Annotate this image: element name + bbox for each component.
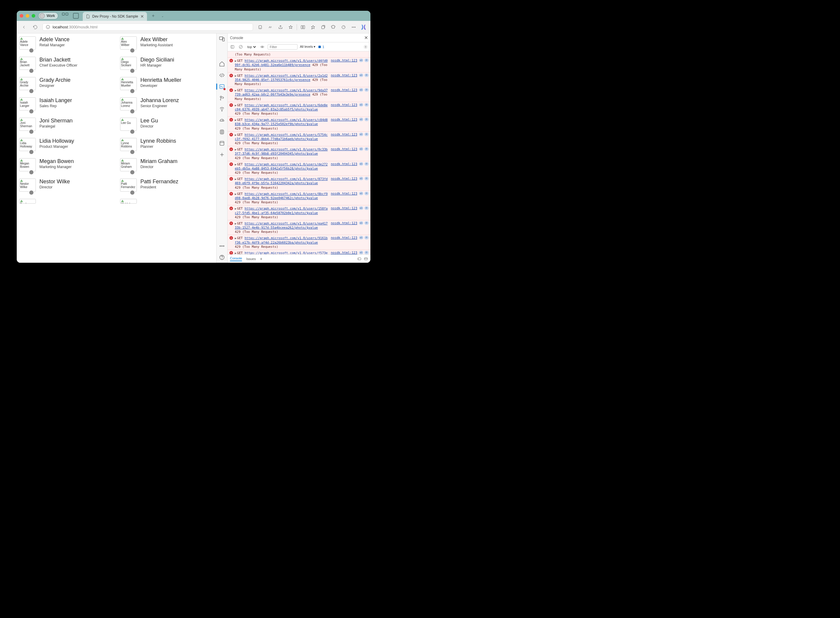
new-tab-button[interactable]: + [150, 13, 156, 18]
drawer-add-tab[interactable]: + [260, 257, 262, 261]
console-error-row[interactable]: ✕ ▶GET https://graph.microsoft.com/v1.0/… [228, 146, 371, 161]
ai-explain-icon[interactable]: aĭ [359, 147, 363, 151]
console-error-row[interactable]: ✕ ▶GET https://graph.microsoft.com/v1.0/… [228, 117, 371, 132]
console-error-row[interactable]: ✕ ▶GET https://graph.microsoft.com/v1.0/… [228, 250, 371, 254]
drawer-tab-console[interactable]: Console [230, 257, 242, 261]
close-window-button[interactable] [20, 14, 23, 18]
back-button[interactable] [20, 23, 28, 31]
refresh-button[interactable] [31, 23, 39, 31]
console-error-row[interactable]: ✕ ▶GET https://graph.microsoft.com/v1.0/… [228, 205, 371, 220]
log-source-link[interactable]: nosdk.html:123 [331, 73, 357, 77]
issues-count[interactable]: 1 [318, 45, 324, 49]
more-options-icon[interactable] [219, 243, 225, 249]
drawer-icon-1[interactable] [357, 257, 362, 261]
log-source-link[interactable]: nosdk.html:123 [331, 132, 357, 136]
console-error-row[interactable]: ✕ ▶GET https://graph.microsoft.com/v1.0/… [228, 87, 371, 102]
collections-icon[interactable] [319, 23, 328, 31]
copilot-explain-icon[interactable]: ⟳ [365, 117, 369, 121]
close-tab-button[interactable]: ✕ [140, 14, 144, 19]
ai-explain-icon[interactable]: aĭ [359, 73, 363, 77]
console-error-row[interactable]: ✕ ▶GET https://graph.microsoft.com/v1.0/… [228, 102, 371, 117]
welcome-icon[interactable] [219, 61, 225, 67]
log-source-link[interactable]: nosdk.html:123 [331, 103, 357, 107]
copilot-explain-icon[interactable]: ⟳ [365, 147, 369, 151]
copilot-explain-icon[interactable]: ⟳ [365, 88, 369, 92]
ai-explain-icon[interactable]: aĭ [359, 236, 363, 239]
console-error-row[interactable]: ✕ ▶GET https://graph.microsoft.com/v1.0/… [228, 235, 371, 250]
log-source-link[interactable]: nosdk.html:123 [331, 236, 357, 239]
profile-chip[interactable]: Work [38, 12, 58, 19]
ai-explain-icon[interactable]: aĭ [359, 88, 363, 92]
copilot-explain-icon[interactable]: ⟳ [365, 103, 369, 107]
ai-explain-icon[interactable]: aĭ [359, 177, 363, 180]
copilot-explain-icon[interactable]: ⟳ [365, 251, 369, 254]
console-error-row[interactable]: ✕ ▶GET https://graph.microsoft.com/v1.0/… [228, 191, 371, 206]
log-source-link[interactable]: nosdk.html:123 [331, 192, 357, 195]
more-tools-icon[interactable] [219, 152, 225, 157]
url-input[interactable]: localhost:3000/nosdk.html [42, 23, 253, 31]
favorite-icon[interactable] [286, 23, 295, 31]
tab-overview-icon[interactable] [72, 12, 80, 20]
ai-explain-icon[interactable]: aĭ [359, 117, 363, 121]
elements-icon[interactable] [219, 72, 225, 78]
copilot-explain-icon[interactable]: ⟳ [365, 206, 369, 210]
log-source-link[interactable]: nosdk.html:123 [331, 117, 357, 121]
drawer-tab-issues[interactable]: Issues [246, 257, 256, 261]
console-error-row[interactable]: ✕ ▶GET https://graph.microsoft.com/v1.0/… [228, 220, 371, 235]
copilot-explain-icon[interactable]: ⟳ [365, 132, 369, 136]
log-source-link[interactable]: nosdk.html:123 [331, 206, 357, 210]
copilot-icon[interactable] [360, 23, 368, 31]
sources-icon[interactable] [219, 95, 225, 101]
favorites-hub-icon[interactable] [309, 23, 317, 31]
ai-explain-icon[interactable]: aĭ [359, 103, 363, 107]
log-source-link[interactable]: nosdk.html:123 [331, 177, 357, 180]
minimize-window-button[interactable] [26, 14, 29, 18]
app-available-icon[interactable] [256, 23, 264, 31]
console-icon[interactable] [219, 83, 225, 89]
copilot-explain-icon[interactable]: ⟳ [365, 73, 369, 77]
tab-menu-button[interactable]: ⌄ [159, 14, 165, 18]
console-error-row[interactable]: ✕ ▶GET https://graph.microsoft.com/v1.0/… [228, 132, 371, 147]
ai-explain-icon[interactable]: aĭ [359, 251, 363, 254]
console-settings-icon[interactable] [363, 44, 369, 50]
device-toolbar-icon[interactable] [219, 36, 225, 42]
log-source-link[interactable]: nosdk.html:123 [331, 147, 357, 151]
copilot-explain-icon[interactable]: ⟳ [365, 221, 369, 225]
read-aloud-icon[interactable]: A)) [266, 23, 274, 31]
log-source-link[interactable]: nosdk.html:123 [331, 251, 357, 254]
ai-explain-icon[interactable]: aĭ [359, 58, 363, 62]
copilot-explain-icon[interactable]: ⟳ [365, 192, 369, 195]
performance-tab-icon[interactable] [219, 117, 225, 123]
console-log-list[interactable]: (Too Many Requests) ✕ ▶GET https://graph… [228, 51, 371, 254]
browser-tab[interactable]: Dev Proxy - No SDK Sample ✕ [83, 12, 147, 21]
workspaces-icon[interactable] [61, 12, 69, 20]
ai-explain-icon[interactable]: aĭ [359, 192, 363, 195]
maximize-window-button[interactable] [32, 14, 35, 18]
ai-explain-icon[interactable]: aĭ [359, 206, 363, 210]
console-error-row[interactable]: ✕ ▶GET https://graph.microsoft.com/v1.0/… [228, 161, 371, 176]
clear-console-icon[interactable] [238, 44, 244, 50]
share-icon[interactable] [276, 23, 285, 31]
filter-input[interactable] [268, 44, 298, 49]
log-source-link[interactable]: nosdk.html:123 [331, 58, 357, 62]
network-icon[interactable] [219, 106, 225, 112]
drawer-icon-2[interactable] [364, 257, 368, 261]
console-error-row[interactable]: ✕ ▶GET https://graph.microsoft.com/v1.0/… [228, 58, 371, 73]
extensions-icon[interactable] [329, 23, 338, 31]
close-devtools-button[interactable]: ✕ [364, 35, 368, 41]
copilot-explain-icon[interactable]: ⟳ [365, 236, 369, 239]
log-source-link[interactable]: nosdk.html:123 [331, 88, 357, 92]
log-levels-select[interactable]: All levels ▾ [300, 45, 316, 49]
live-expression-icon[interactable] [259, 44, 265, 50]
copilot-explain-icon[interactable]: ⟳ [365, 58, 369, 62]
copilot-explain-icon[interactable]: ⟳ [365, 162, 369, 166]
more-menu-icon[interactable] [350, 23, 358, 31]
ai-explain-icon[interactable]: aĭ [359, 162, 363, 166]
toggle-sidebar-icon[interactable] [229, 44, 235, 50]
ai-explain-icon[interactable]: aĭ [359, 132, 363, 136]
help-icon[interactable] [219, 254, 225, 260]
application-icon[interactable] [219, 140, 225, 146]
memory-icon[interactable] [219, 129, 225, 135]
ai-explain-icon[interactable]: aĭ [359, 221, 363, 225]
performance-icon[interactable] [340, 23, 348, 31]
